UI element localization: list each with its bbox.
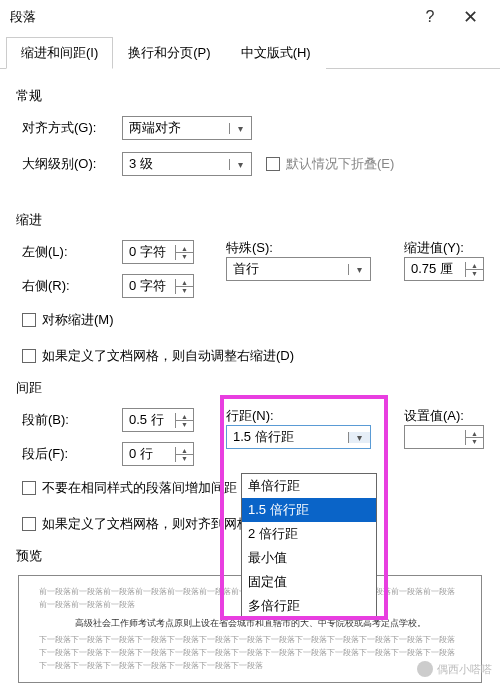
- dialog-title: 段落: [10, 8, 410, 26]
- collapse-checkbox[interactable]: 默认情况下折叠(E): [266, 155, 394, 173]
- spinner-up-icon[interactable]: ▲: [466, 262, 483, 270]
- spinner-down-icon[interactable]: ▼: [176, 421, 193, 428]
- spinner-down-icon[interactable]: ▼: [176, 455, 193, 462]
- checkbox-icon: [22, 517, 36, 531]
- before-spinner[interactable]: 0.5 行 ▲▼: [122, 408, 194, 432]
- checkbox-icon: [22, 349, 36, 363]
- line-spacing-combo[interactable]: 1.5 倍行距 ▾: [226, 425, 371, 449]
- checkbox-icon: [266, 157, 280, 171]
- spinner-up-icon[interactable]: ▲: [176, 245, 193, 253]
- right-indent-label: 右侧(R):: [22, 277, 122, 295]
- tab-indent-spacing[interactable]: 缩进和间距(I): [6, 37, 113, 69]
- section-spacing: 间距: [16, 379, 484, 397]
- section-indent: 缩进: [16, 211, 484, 229]
- spinner-up-icon[interactable]: ▲: [176, 447, 193, 455]
- indent-by-spinner[interactable]: 0.75 厘 ▲▼: [404, 257, 484, 281]
- line-spacing-option[interactable]: 最小值: [242, 546, 376, 570]
- line-spacing-option[interactable]: 固定值: [242, 570, 376, 594]
- close-button[interactable]: ✕: [450, 6, 490, 28]
- left-indent-spinner[interactable]: 0 字符 ▲▼: [122, 240, 194, 264]
- alignment-combo[interactable]: 两端对齐 ▾: [122, 116, 252, 140]
- line-spacing-option[interactable]: 多倍行距: [242, 594, 376, 618]
- spinner-up-icon[interactable]: ▲: [176, 279, 193, 287]
- spinner-down-icon[interactable]: ▼: [176, 253, 193, 260]
- tab-asian-typography[interactable]: 中文版式(H): [226, 37, 326, 69]
- at-label: 设置值(A):: [404, 407, 484, 425]
- auto-right-indent-checkbox[interactable]: 如果定义了文档网格，则自动调整右缩进(D): [22, 347, 294, 365]
- snap-grid-checkbox[interactable]: 如果定义了文档网格，则对齐到网格: [22, 515, 250, 533]
- watermark: 偶西小嗒嗒: [417, 661, 492, 677]
- section-general: 常规: [16, 87, 484, 105]
- line-spacing-dropdown[interactable]: 单倍行距 1.5 倍行距 2 倍行距 最小值 固定值 多倍行距: [241, 473, 377, 619]
- after-spinner[interactable]: 0 行 ▲▼: [122, 442, 194, 466]
- alignment-label: 对齐方式(G):: [22, 119, 122, 137]
- right-indent-spinner[interactable]: 0 字符 ▲▼: [122, 274, 194, 298]
- chevron-down-icon: ▾: [348, 432, 370, 443]
- spinner-up-icon[interactable]: ▲: [466, 430, 483, 438]
- line-spacing-option[interactable]: 2 倍行距: [242, 522, 376, 546]
- line-spacing-option[interactable]: 1.5 倍行距: [242, 498, 376, 522]
- before-label: 段前(B):: [22, 411, 122, 429]
- after-label: 段后(F):: [22, 445, 122, 463]
- outline-combo[interactable]: 3 级 ▾: [122, 152, 252, 176]
- special-combo[interactable]: 首行 ▾: [226, 257, 371, 281]
- spinner-down-icon[interactable]: ▼: [466, 438, 483, 445]
- chevron-down-icon: ▾: [229, 123, 251, 134]
- indent-by-label: 缩进值(Y):: [404, 239, 484, 257]
- tab-strip: 缩进和间距(I) 换行和分页(P) 中文版式(H): [0, 36, 500, 69]
- mirror-indent-checkbox[interactable]: 对称缩进(M): [22, 311, 114, 329]
- left-indent-label: 左侧(L):: [22, 243, 122, 261]
- outline-label: 大纲级别(O):: [22, 155, 122, 173]
- tab-line-page-breaks[interactable]: 换行和分页(P): [113, 37, 225, 69]
- spinner-down-icon[interactable]: ▼: [466, 270, 483, 277]
- spinner-down-icon[interactable]: ▼: [176, 287, 193, 294]
- help-button[interactable]: ?: [410, 8, 450, 26]
- avatar-icon: [417, 661, 433, 677]
- chevron-down-icon: ▾: [229, 159, 251, 170]
- chevron-down-icon: ▾: [348, 264, 370, 275]
- no-space-same-style-checkbox[interactable]: 不要在相同样式的段落间增加间距: [22, 479, 237, 497]
- spinner-up-icon[interactable]: ▲: [176, 413, 193, 421]
- line-spacing-option[interactable]: 单倍行距: [242, 474, 376, 498]
- line-spacing-label: 行距(N):: [226, 407, 388, 425]
- special-label: 特殊(S):: [226, 239, 388, 257]
- at-spinner[interactable]: ▲▼: [404, 425, 484, 449]
- checkbox-icon: [22, 481, 36, 495]
- checkbox-icon: [22, 313, 36, 327]
